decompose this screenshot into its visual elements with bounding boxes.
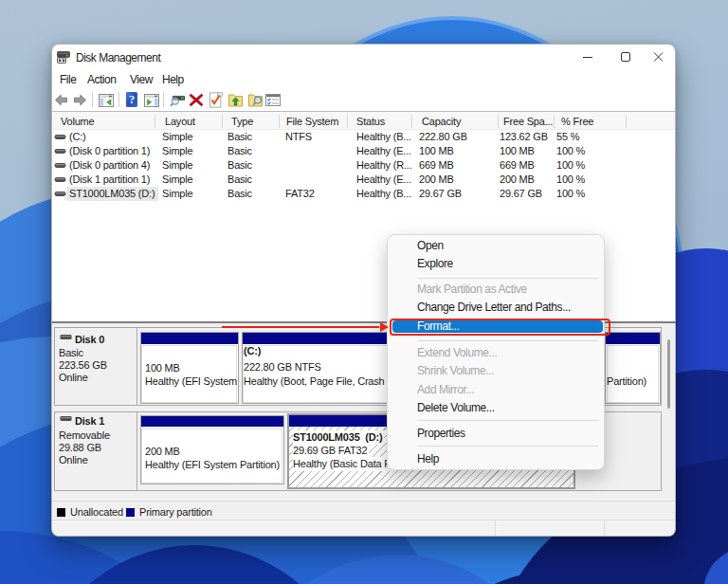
svg-text:?: ? xyxy=(129,93,135,106)
